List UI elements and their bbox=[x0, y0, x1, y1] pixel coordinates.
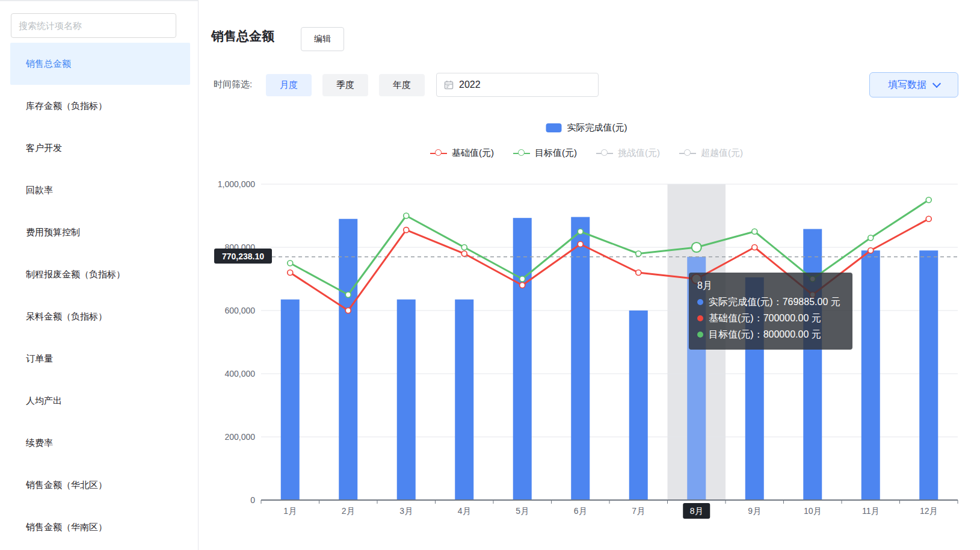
svg-text:0: 0 bbox=[250, 495, 255, 505]
sidebar-item-4[interactable]: 费用预算控制 bbox=[10, 211, 190, 253]
line-marker-icon bbox=[513, 149, 530, 157]
tooltip-row: 目标值(元)：800000.00 元 bbox=[697, 326, 840, 342]
svg-text:12月: 12月 bbox=[920, 506, 938, 516]
svg-text:1月: 1月 bbox=[283, 506, 297, 516]
legend-line-label: 基础值(元) bbox=[452, 147, 494, 159]
svg-text:6月: 6月 bbox=[574, 506, 587, 516]
sidebar-item-1[interactable]: 库存金额（负指标） bbox=[10, 85, 190, 127]
svg-text:3月: 3月 bbox=[399, 506, 413, 516]
sidebar-item-8[interactable]: 人均产出 bbox=[10, 380, 190, 422]
sidebar-item-5[interactable]: 制程报废金额（负指标） bbox=[10, 253, 190, 295]
svg-text:600,000: 600,000 bbox=[224, 306, 255, 315]
sidebar-item-6[interactable]: 呆料金额（负指标） bbox=[10, 295, 190, 338]
bars-actual-series[interactable] bbox=[281, 217, 938, 500]
legend-line-entry-2[interactable]: 挑战值(元) bbox=[596, 147, 660, 159]
chart-tooltip: 8月 实际完成值(元)：769885.00 元基础值(元)：700000.00 … bbox=[689, 273, 852, 350]
sidebar-item-0[interactable]: 销售总金额 bbox=[10, 43, 190, 85]
sidebar-item-2[interactable]: 客户开发 bbox=[10, 127, 190, 169]
legend-line-label: 目标值(元) bbox=[535, 147, 577, 159]
time-filter-button-2[interactable]: 年度 bbox=[379, 74, 425, 96]
legend-line-entry-1[interactable]: 目标值(元) bbox=[513, 147, 577, 159]
y-axis-labels: 1,000,000800,000600,000400,000200,0000 bbox=[218, 179, 256, 505]
legend-line-label: 挑战值(元) bbox=[618, 147, 660, 159]
series-dot-icon bbox=[697, 332, 703, 338]
svg-text:7月: 7月 bbox=[632, 506, 645, 516]
calendar-icon bbox=[444, 80, 454, 90]
sidebar-item-3[interactable]: 回款率 bbox=[10, 169, 190, 211]
svg-text:4月: 4月 bbox=[458, 506, 471, 516]
bar-swatch-icon bbox=[546, 123, 562, 132]
time-filter-button-1[interactable]: 季度 bbox=[322, 74, 368, 96]
line-marker-icon bbox=[679, 149, 696, 157]
time-filter-label: 时间筛选: bbox=[214, 79, 252, 90]
fill-data-label: 填写数据 bbox=[888, 79, 926, 91]
chevron-down-icon bbox=[932, 79, 941, 87]
svg-text:10月: 10月 bbox=[804, 506, 822, 516]
sidebar-item-7[interactable]: 订单量 bbox=[10, 338, 190, 380]
year-picker[interactable]: 2022 bbox=[436, 73, 599, 97]
series-dot-icon bbox=[697, 299, 703, 305]
gridlines bbox=[261, 184, 958, 437]
series-dot-icon bbox=[697, 315, 703, 321]
legend-actual-series[interactable]: 实际完成值(元) bbox=[546, 122, 627, 134]
edit-button[interactable]: 编辑 bbox=[301, 27, 344, 51]
svg-text:5月: 5月 bbox=[516, 506, 529, 516]
sidebar-item-10[interactable]: 销售金额（华北区） bbox=[10, 464, 190, 506]
x-axis-labels[interactable]: 1月2月3月4月5月6月7月8月9月10月11月12月 bbox=[283, 503, 937, 519]
line-marker-icon bbox=[430, 149, 447, 157]
legend-line-label: 超越值(元) bbox=[701, 147, 743, 159]
tooltip-title: 8月 bbox=[697, 277, 840, 294]
svg-text:200,000: 200,000 bbox=[224, 432, 255, 442]
sidebar: 销售总金额库存金额（负指标）客户开发回款率费用预算控制制程报废金额（负指标）呆料… bbox=[0, 0, 199, 550]
page-title: 销售总金额 bbox=[211, 28, 274, 45]
sidebar-item-11[interactable]: 销售金额（华南区） bbox=[10, 506, 190, 548]
fill-data-button[interactable]: 填写数据 bbox=[869, 72, 958, 97]
svg-text:11月: 11月 bbox=[862, 506, 880, 516]
svg-text:400,000: 400,000 bbox=[224, 369, 255, 379]
sidebar-menu: 销售总金额库存金额（负指标）客户开发回款率费用预算控制制程报废金额（负指标）呆料… bbox=[0, 43, 198, 548]
legend-line-entry-3[interactable]: 超越值(元) bbox=[679, 147, 743, 159]
tooltip-row: 基础值(元)：700000.00 元 bbox=[697, 310, 840, 326]
legend-actual-label: 实际完成值(元) bbox=[567, 122, 627, 134]
tooltip-row: 实际完成值(元)：769885.00 元 bbox=[697, 294, 840, 310]
year-value: 2022 bbox=[459, 79, 481, 90]
svg-text:2月: 2月 bbox=[342, 506, 355, 516]
search-input[interactable] bbox=[11, 13, 176, 38]
svg-text:8月: 8月 bbox=[690, 506, 703, 516]
x-axis bbox=[261, 500, 958, 504]
legend-line-series-group: 基础值(元)目标值(元)挑战值(元)超越值(元) bbox=[430, 147, 743, 159]
time-filter-button-0[interactable]: 月度 bbox=[266, 74, 312, 96]
tooltip-rows: 实际完成值(元)：769885.00 元基础值(元)：700000.00 元目标… bbox=[697, 294, 840, 342]
svg-text:1,000,000: 1,000,000 bbox=[218, 179, 255, 189]
page: 销售总金额库存金额（负指标）客户开发回款率费用预算控制制程报废金额（负指标）呆料… bbox=[0, 0, 980, 550]
sidebar-item-9[interactable]: 续费率 bbox=[10, 422, 190, 464]
highlighted-month-label-bg bbox=[683, 503, 710, 519]
time-filter-group: 月度季度年度 bbox=[266, 74, 425, 96]
legend-line-entry-0[interactable]: 基础值(元) bbox=[430, 147, 494, 159]
svg-text:9月: 9月 bbox=[748, 506, 761, 516]
line-marker-icon bbox=[596, 149, 613, 157]
average-value-marker: 770,238.10 bbox=[214, 249, 272, 264]
